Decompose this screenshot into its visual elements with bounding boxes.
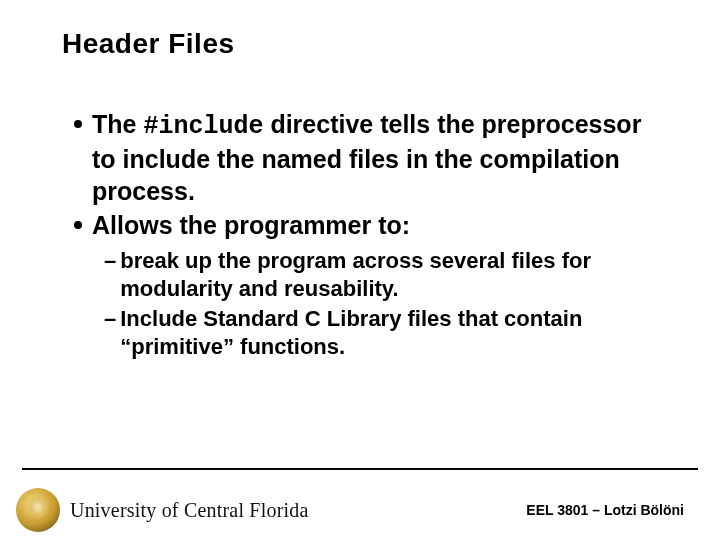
ucf-logo: University of Central Florida [16,488,309,532]
sub-list: – break up the program across several fi… [104,247,670,362]
bullet-text: Allows the programmer to: [92,209,410,241]
bullet-icon [74,120,82,128]
sub-item: – break up the program across several fi… [104,247,670,303]
slide-footer: University of Central Florida EEL 3801 –… [0,468,720,540]
divider [22,468,698,470]
bullet-text: The #include directive tells the preproc… [92,108,670,207]
code-span: #include [143,112,263,141]
sub-item: – Include Standard C Library files that … [104,305,670,361]
university-name: University of Central Florida [70,499,309,522]
bullet-icon [74,221,82,229]
slide-title: Header Files [62,28,235,60]
slide-body: The #include directive tells the preproc… [74,108,670,364]
bullet-item: Allows the programmer to: [74,209,670,241]
dash-icon: – [104,305,116,333]
sub-text: break up the program across several file… [120,247,670,303]
sub-text: Include Standard C Library files that co… [120,305,670,361]
dash-icon: – [104,247,116,275]
pegasus-seal-icon [16,488,60,532]
bullet-pre: The [92,110,143,138]
course-label: EEL 3801 – Lotzi Bölöni [526,502,684,518]
bullet-item: The #include directive tells the preproc… [74,108,670,207]
